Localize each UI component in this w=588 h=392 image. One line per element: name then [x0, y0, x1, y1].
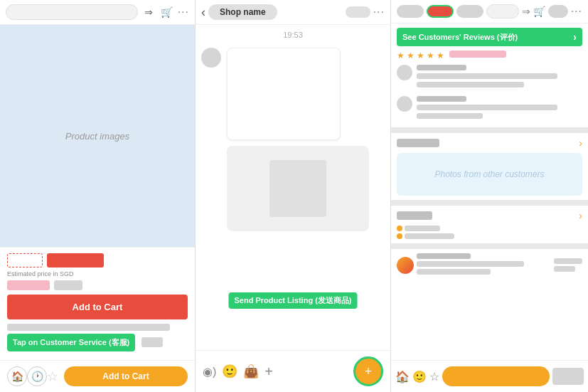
reviewer-avatar-2 [397, 96, 412, 112]
more-section-title [397, 211, 432, 220]
photos-box-text: Photos from other customers [434, 169, 544, 179]
back-button[interactable]: ‹ [201, 5, 205, 20]
cart-icon[interactable]: 🛒 [159, 4, 175, 20]
panel-product-detail: ⇒ 🛒 ··· See Customers' Reviews (评价) › ★ … [391, 0, 588, 392]
p3-avatar-img [397, 257, 414, 274]
p3-extra-bar-2 [554, 266, 575, 272]
star-icon-3[interactable]: ☆ [429, 370, 439, 383]
p3-extra-bar-1 [554, 258, 582, 264]
review-text-3 [417, 105, 557, 110]
star-3: ★ [417, 51, 424, 60]
share-icon[interactable]: ⇒ [141, 4, 156, 20]
photos-arrow[interactable]: › [579, 137, 582, 149]
attachment-icon[interactable]: 👜 [243, 364, 259, 379]
buy-now-button-3[interactable] [442, 366, 550, 386]
emoji-icon-3[interactable]: 🙂 [412, 370, 427, 383]
add-to-cart-button[interactable]: Add to Cart [7, 295, 188, 319]
more-options-icon[interactable]: ··· [178, 6, 189, 18]
product-info-card: Estimated price in SGD Add to Cart Tap o… [0, 247, 195, 360]
review-lines-1 [417, 65, 582, 90]
product-thumbnail [269, 160, 326, 217]
chat-input-bar: ◉) 🙂 👜 + [203, 364, 273, 380]
small-bars-row-1 [397, 226, 582, 231]
photos-box[interactable]: Photos from other customers [397, 153, 582, 196]
shop-name-button[interactable]: Shop name [208, 4, 277, 20]
photos-section-title [397, 139, 439, 147]
tab-pill-4[interactable] [548, 5, 568, 18]
browser-bar-1: ⇒ 🛒 ··· [0, 0, 195, 25]
variant-row [7, 280, 188, 290]
send-button[interactable]: + [353, 356, 383, 386]
review-item-2 [397, 96, 582, 122]
p3-text-line-2 [417, 269, 491, 275]
reviewer-name-1 [417, 65, 466, 70]
send-icon: + [365, 364, 373, 379]
estimated-price-text: Estimated price in SGD [7, 270, 188, 277]
share-icon-3[interactable]: ⇒ [522, 6, 530, 17]
star-ratings-row: ★ ★ ★ ★ ★ [397, 51, 582, 60]
bottom-nav-1: 🏠 🕐 ☆ Add to Cart [0, 360, 195, 392]
see-reviews-banner[interactable]: See Customers' Reviews (评价) › [397, 28, 582, 46]
variant-chip-1[interactable] [7, 280, 50, 290]
history-icon[interactable]: 🕐 [27, 366, 47, 386]
p3-reviewer-info [417, 253, 551, 277]
add-to-cart-nav-button[interactable]: Add to Cart [64, 366, 188, 386]
section-divider-3 [391, 243, 588, 249]
more-section-header: › [397, 210, 582, 221]
plus-icon[interactable]: + [264, 364, 273, 380]
section-divider-2 [391, 200, 588, 206]
emoji-icon[interactable]: 🙂 [222, 364, 237, 379]
rating-bar [449, 51, 506, 58]
review-text-2 [417, 82, 524, 88]
photos-section-header: › [397, 137, 582, 149]
product-meta-bar [7, 324, 170, 331]
tab-pill-3[interactable] [456, 5, 483, 18]
orange-dot-1 [397, 226, 402, 231]
oval-btn-2 [346, 6, 370, 18]
see-reviews-label: See Customers' Reviews (评价) [402, 32, 518, 43]
browser-bar-3: ⇒ 🛒 ··· [391, 0, 588, 23]
add-cart-button-3[interactable] [552, 368, 584, 385]
price-row [7, 253, 188, 267]
panel-chat: ‹ Shop name ··· 19:53 Send Product Listi… [196, 0, 391, 392]
favorite-icon[interactable]: ☆ [47, 369, 58, 384]
send-product-label: Send Product Listing (发送商品) [229, 292, 358, 309]
p3-name-line [417, 253, 471, 259]
orange-dot-2 [397, 233, 402, 239]
review-text-1 [417, 73, 557, 79]
product-image-area: Product images [0, 25, 195, 247]
sender-avatar [201, 48, 221, 68]
star-2: ★ [407, 51, 415, 60]
original-price-box [7, 253, 43, 267]
url-bar-3[interactable] [486, 4, 519, 18]
panel3-content: See Customers' Reviews (评价) › ★ ★ ★ ★ ★ [391, 23, 588, 360]
tab-pill-1[interactable] [397, 5, 424, 18]
cs-extra-bar [141, 337, 163, 347]
panel-product-listing: ⇒ 🛒 ··· Product images Estimated price i… [0, 0, 196, 392]
browser-bar-2: ‹ Shop name ··· [196, 0, 390, 25]
p3-extra-bars [554, 258, 582, 272]
reviewer-name-2 [417, 96, 466, 102]
p3-avatar-row [397, 253, 582, 277]
voice-icon[interactable]: ◉) [203, 365, 216, 378]
bottom-nav-2: ◉) 🙂 👜 + + [196, 350, 390, 392]
product-card-in-chat[interactable] [227, 146, 369, 231]
small-bars-row-2 [397, 233, 582, 239]
variant-chip-2[interactable] [54, 280, 82, 290]
customer-service-button[interactable]: Tap on Customer Service (客服) [7, 334, 135, 351]
chat-timestamp: 19:53 [196, 25, 390, 42]
bottom-nav-3: 🏠 🙂 ☆ [391, 360, 588, 392]
tab-pill-2-active[interactable] [427, 5, 454, 18]
review-lines-2 [417, 96, 582, 122]
more-options-icon-3[interactable]: ··· [571, 5, 582, 18]
discounted-price-badge [47, 253, 104, 267]
small-bar-1 [405, 226, 440, 231]
shop-icon-3[interactable]: 🏠 [395, 370, 410, 383]
more-arrow[interactable]: › [579, 210, 582, 221]
home-icon[interactable]: 🏠 [7, 366, 27, 386]
review-text-4 [417, 113, 483, 119]
url-bar-1[interactable] [6, 4, 138, 20]
chat-message-1 [201, 48, 385, 140]
cart-icon-3[interactable]: 🛒 [533, 6, 545, 17]
more-options-icon-2[interactable]: ··· [373, 6, 385, 18]
